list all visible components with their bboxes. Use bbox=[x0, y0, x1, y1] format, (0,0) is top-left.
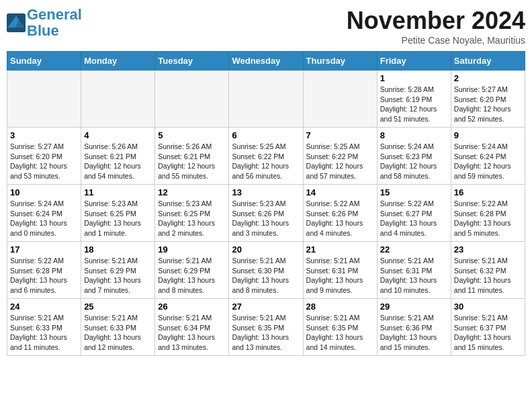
day-info: Sunrise: 5:21 AM Sunset: 6:35 PM Dayligh… bbox=[232, 313, 300, 353]
day-number: 10 bbox=[10, 187, 78, 197]
weekday-header: Thursday bbox=[303, 52, 377, 71]
week-row: 24Sunrise: 5:21 AM Sunset: 6:33 PM Dayli… bbox=[7, 299, 525, 356]
day-number: 17 bbox=[10, 244, 78, 255]
calendar-cell: 20Sunrise: 5:21 AM Sunset: 6:30 PM Dayli… bbox=[229, 242, 303, 299]
day-number: 24 bbox=[10, 302, 78, 312]
calendar-cell: 11Sunrise: 5:23 AM Sunset: 6:25 PM Dayli… bbox=[81, 185, 155, 242]
weekday-header: Saturday bbox=[451, 52, 525, 71]
day-info: Sunrise: 5:21 AM Sunset: 6:30 PM Dayligh… bbox=[232, 256, 300, 295]
day-info: Sunrise: 5:22 AM Sunset: 6:26 PM Dayligh… bbox=[306, 199, 374, 238]
calendar-cell: 6Sunrise: 5:25 AM Sunset: 6:22 PM Daylig… bbox=[229, 128, 303, 185]
title-block: November 2024 Petite Case Noyale, Maurit… bbox=[347, 7, 525, 46]
day-number: 3 bbox=[10, 130, 78, 140]
day-number: 2 bbox=[454, 73, 522, 83]
day-info: Sunrise: 5:21 AM Sunset: 6:29 PM Dayligh… bbox=[158, 256, 226, 295]
calendar-cell: 13Sunrise: 5:23 AM Sunset: 6:26 PM Dayli… bbox=[229, 185, 303, 242]
day-info: Sunrise: 5:21 AM Sunset: 6:31 PM Dayligh… bbox=[306, 256, 374, 295]
day-number: 6 bbox=[232, 130, 300, 140]
weekday-header: Tuesday bbox=[155, 52, 229, 71]
page-header: General Blue November 2024 Petite Case N… bbox=[7, 7, 525, 46]
calendar-cell: 2Sunrise: 5:27 AM Sunset: 6:20 PM Daylig… bbox=[451, 71, 525, 128]
day-number: 25 bbox=[84, 302, 152, 312]
day-info: Sunrise: 5:25 AM Sunset: 6:22 PM Dayligh… bbox=[306, 142, 374, 181]
day-number: 22 bbox=[380, 244, 448, 255]
logo-icon bbox=[7, 13, 26, 32]
calendar-table: SundayMondayTuesdayWednesdayThursdayFrid… bbox=[7, 51, 525, 356]
day-info: Sunrise: 5:21 AM Sunset: 6:31 PM Dayligh… bbox=[380, 256, 448, 295]
week-row: 1Sunrise: 5:28 AM Sunset: 6:19 PM Daylig… bbox=[7, 71, 525, 128]
calendar-cell: 18Sunrise: 5:21 AM Sunset: 6:29 PM Dayli… bbox=[81, 242, 155, 299]
day-number: 27 bbox=[232, 302, 300, 312]
day-number: 11 bbox=[84, 187, 152, 197]
calendar-cell: 7Sunrise: 5:25 AM Sunset: 6:22 PM Daylig… bbox=[303, 128, 377, 185]
week-row: 10Sunrise: 5:24 AM Sunset: 6:24 PM Dayli… bbox=[7, 185, 525, 242]
calendar-cell: 5Sunrise: 5:26 AM Sunset: 6:21 PM Daylig… bbox=[155, 128, 229, 185]
day-info: Sunrise: 5:26 AM Sunset: 6:21 PM Dayligh… bbox=[84, 142, 152, 181]
day-number: 30 bbox=[454, 302, 522, 312]
weekday-header: Friday bbox=[377, 52, 451, 71]
day-number: 1 bbox=[380, 73, 448, 83]
day-number: 14 bbox=[306, 187, 374, 197]
day-info: Sunrise: 5:27 AM Sunset: 6:20 PM Dayligh… bbox=[10, 142, 78, 181]
day-info: Sunrise: 5:21 AM Sunset: 6:36 PM Dayligh… bbox=[380, 313, 448, 353]
calendar-cell: 25Sunrise: 5:21 AM Sunset: 6:33 PM Dayli… bbox=[81, 299, 155, 356]
calendar-cell: 26Sunrise: 5:21 AM Sunset: 6:34 PM Dayli… bbox=[155, 299, 229, 356]
logo-line1: General bbox=[27, 6, 82, 23]
week-row: 3Sunrise: 5:27 AM Sunset: 6:20 PM Daylig… bbox=[7, 128, 525, 185]
calendar-cell: 4Sunrise: 5:26 AM Sunset: 6:21 PM Daylig… bbox=[81, 128, 155, 185]
day-info: Sunrise: 5:23 AM Sunset: 6:25 PM Dayligh… bbox=[158, 199, 226, 238]
day-number: 8 bbox=[380, 130, 448, 140]
calendar-cell: 23Sunrise: 5:21 AM Sunset: 6:32 PM Dayli… bbox=[451, 242, 525, 299]
weekday-header: Sunday bbox=[7, 52, 81, 71]
day-info: Sunrise: 5:21 AM Sunset: 6:35 PM Dayligh… bbox=[306, 313, 374, 353]
day-info: Sunrise: 5:23 AM Sunset: 6:25 PM Dayligh… bbox=[84, 199, 152, 238]
calendar-cell: 10Sunrise: 5:24 AM Sunset: 6:24 PM Dayli… bbox=[7, 185, 81, 242]
day-number: 26 bbox=[158, 302, 226, 312]
location: Petite Case Noyale, Mauritius bbox=[347, 35, 525, 46]
day-number: 9 bbox=[454, 130, 522, 140]
calendar-cell: 14Sunrise: 5:22 AM Sunset: 6:26 PM Dayli… bbox=[303, 185, 377, 242]
day-info: Sunrise: 5:22 AM Sunset: 6:28 PM Dayligh… bbox=[10, 256, 78, 295]
day-number: 5 bbox=[158, 130, 226, 140]
day-number: 15 bbox=[380, 187, 448, 197]
day-number: 7 bbox=[306, 130, 374, 140]
calendar-cell: 17Sunrise: 5:22 AM Sunset: 6:28 PM Dayli… bbox=[7, 242, 81, 299]
logo-line2: Blue bbox=[27, 22, 59, 39]
day-info: Sunrise: 5:24 AM Sunset: 6:24 PM Dayligh… bbox=[454, 142, 522, 181]
calendar-cell: 28Sunrise: 5:21 AM Sunset: 6:35 PM Dayli… bbox=[303, 299, 377, 356]
calendar-cell: 30Sunrise: 5:21 AM Sunset: 6:37 PM Dayli… bbox=[451, 299, 525, 356]
weekday-header: Wednesday bbox=[229, 52, 303, 71]
day-number: 4 bbox=[84, 130, 152, 140]
calendar-cell: 3Sunrise: 5:27 AM Sunset: 6:20 PM Daylig… bbox=[7, 128, 81, 185]
calendar-cell: 9Sunrise: 5:24 AM Sunset: 6:24 PM Daylig… bbox=[451, 128, 525, 185]
day-number: 29 bbox=[380, 302, 448, 312]
calendar-cell bbox=[229, 71, 303, 128]
day-info: Sunrise: 5:25 AM Sunset: 6:22 PM Dayligh… bbox=[232, 142, 300, 181]
calendar-cell bbox=[81, 71, 155, 128]
day-info: Sunrise: 5:21 AM Sunset: 6:29 PM Dayligh… bbox=[84, 256, 152, 295]
weekday-header-row: SundayMondayTuesdayWednesdayThursdayFrid… bbox=[7, 52, 525, 71]
day-info: Sunrise: 5:24 AM Sunset: 6:24 PM Dayligh… bbox=[10, 199, 78, 238]
calendar-cell: 19Sunrise: 5:21 AM Sunset: 6:29 PM Dayli… bbox=[155, 242, 229, 299]
month-title: November 2024 bbox=[347, 7, 525, 35]
calendar-cell: 1Sunrise: 5:28 AM Sunset: 6:19 PM Daylig… bbox=[377, 71, 451, 128]
weekday-header: Monday bbox=[81, 52, 155, 71]
day-info: Sunrise: 5:23 AM Sunset: 6:26 PM Dayligh… bbox=[232, 199, 300, 238]
day-number: 16 bbox=[454, 187, 522, 197]
calendar-cell: 16Sunrise: 5:22 AM Sunset: 6:28 PM Dayli… bbox=[451, 185, 525, 242]
calendar-cell: 24Sunrise: 5:21 AM Sunset: 6:33 PM Dayli… bbox=[7, 299, 81, 356]
day-info: Sunrise: 5:21 AM Sunset: 6:33 PM Dayligh… bbox=[10, 313, 78, 353]
day-info: Sunrise: 5:27 AM Sunset: 6:20 PM Dayligh… bbox=[454, 85, 522, 124]
day-info: Sunrise: 5:22 AM Sunset: 6:27 PM Dayligh… bbox=[380, 199, 448, 238]
week-row: 17Sunrise: 5:22 AM Sunset: 6:28 PM Dayli… bbox=[7, 242, 525, 299]
calendar-cell bbox=[155, 71, 229, 128]
day-info: Sunrise: 5:24 AM Sunset: 6:23 PM Dayligh… bbox=[380, 142, 448, 181]
day-info: Sunrise: 5:28 AM Sunset: 6:19 PM Dayligh… bbox=[380, 85, 448, 124]
calendar-cell: 27Sunrise: 5:21 AM Sunset: 6:35 PM Dayli… bbox=[229, 299, 303, 356]
day-info: Sunrise: 5:21 AM Sunset: 6:37 PM Dayligh… bbox=[454, 313, 522, 353]
day-number: 13 bbox=[232, 187, 300, 197]
calendar-cell: 29Sunrise: 5:21 AM Sunset: 6:36 PM Dayli… bbox=[377, 299, 451, 356]
day-info: Sunrise: 5:26 AM Sunset: 6:21 PM Dayligh… bbox=[158, 142, 226, 181]
day-info: Sunrise: 5:21 AM Sunset: 6:33 PM Dayligh… bbox=[84, 313, 152, 353]
day-info: Sunrise: 5:21 AM Sunset: 6:32 PM Dayligh… bbox=[454, 256, 522, 295]
